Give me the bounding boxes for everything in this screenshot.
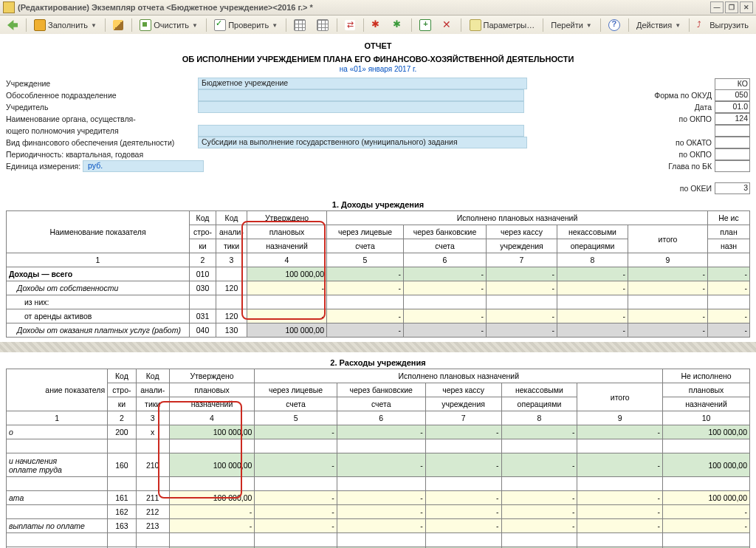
star-red-icon: ✱ [371,20,382,30]
label-okud: Форма по ОКУД [645,91,715,100]
star-green-icon: ✱ [393,20,403,30]
minimize-button[interactable]: — [710,1,724,13]
swap-icon: ⇄ [345,20,355,30]
form-left: УчреждениеБюджетное учреждение Обособлен… [6,78,527,194]
section2-table[interactable]: ание показателя Код Код Утверждено Испол… [6,369,750,548]
star-red-button[interactable]: ✱ [367,16,386,34]
app-window: (Редактирование) Экземпляр отчета <Бюдже… [0,0,756,548]
label-okpo: по ОКПО [645,114,715,123]
table-row[interactable] [7,533,750,547]
close-button[interactable]: ✕ [740,1,753,13]
unload-button[interactable]: ⤴Выгрузить [693,16,753,34]
back-button[interactable] [3,16,22,34]
app-icon [3,1,15,13]
label-unit: Единица измерения: [6,162,80,171]
report-sheet[interactable]: ОТЧЕТ ОБ ИСПОЛНЕНИИ УЧРЕЖДЕНИЕМ ПЛАНА ЕГ… [0,34,756,548]
params-icon [470,19,481,31]
code-kod: КО [715,78,750,89]
grid-icon [317,19,329,31]
th-name: Наименование показателя [7,211,190,253]
help-button[interactable]: ? [604,16,625,34]
grid-button-2[interactable] [312,16,333,34]
pencil-icon [113,20,123,30]
table-row[interactable]: ата161211100 000,00-----100 000,00 [7,491,750,505]
check-icon [214,19,226,31]
divider-strip [0,342,756,352]
label-founder: Учредитель [6,103,198,112]
table-row[interactable] [7,439,750,453]
field-founder[interactable] [198,101,524,113]
fill-button[interactable]: Заполнить▼ [30,16,101,34]
label-date: Дата [645,103,715,112]
label-organ-1: Наименование органа, осуществля- [6,114,198,123]
report-title-1: ОТЧЕТ [6,41,750,50]
label-fin: Вид финансового обеспечения (деятельност… [6,138,198,147]
code-okei[interactable]: 3 [715,182,750,194]
grid-icon [294,19,306,31]
window-title: (Редактирование) Экземпляр отчета <Бюдже… [18,3,313,12]
code-bk[interactable] [715,160,750,172]
help-icon: ? [608,19,620,31]
label-bk: Глава по БК [645,162,715,171]
table-row[interactable]: выплаты по оплате163213------- [7,519,750,533]
section2-title: 2. Расходы учреждения [6,358,750,367]
table-row[interactable] [7,477,750,491]
label-okpo2: по ОКПО [645,150,715,159]
code-blank1[interactable] [715,125,750,137]
table-row[interactable]: 162212------- [7,505,750,519]
actions-button[interactable]: Действия▼ [632,16,685,34]
table-row[interactable]: о200x100 000,00-----100 000,00 [7,425,750,439]
section1-table[interactable]: Наименование показателя Код Код Утвержде… [6,210,750,338]
fill-icon [34,19,46,31]
add-button[interactable]: + [415,16,436,34]
table-row[interactable]: от аренды активов031120------- [7,309,750,323]
clear-button[interactable]: Очистить▼ [135,16,202,34]
report-date: на «01» января 2017 г. [6,65,750,73]
label-institution: Учреждение [6,79,198,88]
field-division[interactable] [198,89,524,101]
params-button[interactable]: Параметры… [465,16,540,34]
label-organ-2: ющего полномочия учредителя [6,126,198,135]
arrow-left-icon [7,20,18,30]
toolbar: Заполнить▼ Очистить▼ Проверить▼ ⇄ ✱ ✱ + … [0,16,756,35]
field-unit[interactable]: руб. [83,160,204,172]
report-title-2: ОБ ИСПОЛНЕНИИ УЧРЕЖДЕНИЕМ ПЛАНА ЕГО ФИНА… [6,55,750,64]
table-row[interactable]: Доходы от оказания платных услуг (работ)… [7,323,750,338]
label-okato: по ОКАТО [645,138,715,147]
check-button[interactable]: Проверить▼ [210,16,282,34]
swap-button[interactable]: ⇄ [340,16,360,34]
field-organ[interactable] [198,125,524,137]
title-bar: (Редактирование) Экземпляр отчета <Бюдже… [0,0,756,16]
table-row[interactable]: Доходы от собственности030120------- [7,281,750,295]
table-row[interactable]: и начисленияоплате труда160210100 000,00… [7,453,750,477]
label-division: Обособленное подразделение [6,91,198,100]
code-okato[interactable] [715,137,750,148]
edit-button[interactable] [109,16,128,34]
clear-icon [140,19,151,31]
goto-button[interactable]: Перейти▼ [546,16,597,34]
table-row[interactable]: Доходы — всего010100 000,00------ [7,267,750,281]
label-okei: по ОКЕИ [645,184,715,193]
remove-button[interactable]: ✕ [438,16,457,34]
form-right: КО Форма по ОКУД050 Дата01.0 по ОКПО124 … [645,78,750,194]
code-okpo[interactable]: 124 [715,113,750,125]
field-fin[interactable]: Субсидии на выполнение государственного … [198,137,527,148]
label-period: Периодичность: квартальная, годовая [6,150,143,159]
code-okpo2[interactable] [715,148,750,160]
code-date[interactable]: 01.0 [715,101,750,113]
field-institution[interactable]: Бюджетное учреждение [198,78,527,89]
code-okud[interactable]: 050 [715,89,750,101]
section1-title: 1. Доходы учреждения [6,200,750,209]
plus-icon: + [419,19,431,31]
maximize-button[interactable]: ❐ [725,1,738,13]
minus-icon: ✕ [442,20,453,30]
star-green-button[interactable]: ✱ [388,16,408,34]
upload-icon: ⤴ [697,20,707,30]
table-row[interactable]: из них: [7,295,750,309]
grid-button-1[interactable] [289,16,310,34]
